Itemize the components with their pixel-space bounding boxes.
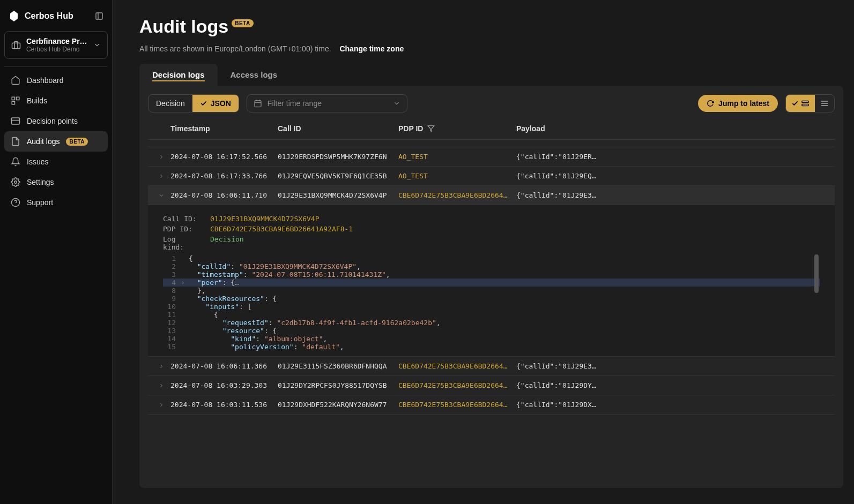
table-row[interactable]: 2024-07-08 16:06:11.366 01J29E3115FSZ360… (148, 357, 835, 376)
home-icon (11, 76, 20, 85)
expand-toggle[interactable] (152, 173, 170, 179)
column-payload: Payload (516, 124, 830, 133)
cell-timestamp: 2024-07-08 16:17:52.566 (170, 153, 278, 161)
detail-label-call: Call ID: (163, 215, 200, 223)
expand-toggle[interactable] (152, 363, 170, 370)
cell-pdp-id: CBE6D742E75B3CBA9E6BD2664… (398, 401, 516, 409)
column-pdp-id: PDP ID (398, 124, 516, 133)
svg-rect-5 (12, 102, 14, 104)
fold-chevron-right-icon[interactable] (180, 280, 185, 285)
view-json-button[interactable]: JSON (192, 95, 239, 112)
sidebar-item-label: Dashboard (27, 76, 64, 85)
subheader: All times are shown in Europe/London (GM… (139, 44, 854, 53)
sidebar-item-label: Audit logs (27, 137, 60, 146)
chevron-down-icon (93, 41, 101, 49)
table-body[interactable]: 2024-07-08 16:17:52.566 01J29ERDSPDSWP5M… (148, 140, 835, 479)
expand-toggle[interactable] (152, 402, 170, 408)
json-viewer[interactable]: 1{ 2 "callId": "01J29E31BXQ9MMCK4D72SX6V… (163, 254, 820, 351)
cell-pdp-id: CBE6D742E75B3CBA9E6BD2664… (398, 191, 516, 199)
sidebar-item-decision-points[interactable]: Decision points (4, 111, 108, 131)
chevron-right-icon (158, 402, 165, 408)
main-content: Audit logs BETA All times are shown in E… (113, 0, 854, 504)
cell-payload: {"callId":"01J29E3… (516, 191, 830, 199)
sidebar-item-audit-logs[interactable]: Audit logs BETA (4, 131, 108, 152)
cell-pdp-id: CBE6D742E75B3CBA9E6BD2664… (398, 381, 516, 389)
chevron-right-icon (158, 154, 165, 160)
svg-rect-2 (12, 43, 20, 49)
view-decision-button[interactable]: Decision (148, 95, 192, 112)
column-call-id: Call ID (278, 124, 398, 133)
tab-decision-logs[interactable]: Decision logs (139, 64, 218, 86)
sidebar-item-dashboard[interactable]: Dashboard (4, 70, 108, 91)
check-icon (791, 100, 799, 107)
sidebar-item-label: Settings (27, 178, 54, 186)
svg-rect-16 (802, 104, 808, 106)
decision-points-icon (11, 116, 20, 126)
chevron-down-icon (158, 192, 165, 199)
svg-marker-20 (428, 126, 435, 132)
cell-call-id: 01J29DY2RPCFS0JY88517DQYSB (278, 381, 398, 389)
detail-label-kind: Log kind: (163, 235, 200, 251)
table-row[interactable]: 2024-07-08 16:17:52.566 01J29ERDSPDSWP5M… (148, 147, 835, 167)
calendar-icon (254, 99, 262, 108)
cell-call-id: 01J29E3115FSZ360BR6DFNHQQA (278, 362, 398, 370)
cell-pdp-id: AO_TEST (398, 172, 516, 180)
change-timezone-link[interactable]: Change time zone (339, 44, 404, 53)
cerbos-logo-icon (9, 11, 19, 21)
rows-compact-icon (801, 99, 810, 108)
beta-badge: BETA (66, 138, 87, 146)
svg-rect-4 (17, 97, 19, 100)
detail-log-kind: Decision (210, 235, 244, 251)
detail-label-pdp: PDP ID: (163, 225, 200, 233)
table-row[interactable]: 2024-07-08 16:03:11.536 01J29DXHDF522KAR… (148, 395, 835, 415)
chevron-right-icon (158, 173, 165, 179)
tab-access-logs[interactable]: Access logs (218, 64, 291, 86)
sidebar-item-settings[interactable]: Settings (4, 172, 108, 192)
density-compact-button[interactable] (786, 95, 815, 112)
jump-to-latest-button[interactable]: Jump to latest (698, 95, 778, 112)
briefcase-icon (11, 40, 21, 50)
svg-rect-3 (12, 97, 14, 100)
sidebar-item-support[interactable]: Support (4, 192, 108, 213)
divider (4, 66, 108, 67)
workspace-selector[interactable]: Cerbfinance Pro… Cerbos Hub Demo (4, 31, 108, 59)
brand-name: Cerbos Hub (25, 11, 73, 21)
logo[interactable]: Cerbos Hub (9, 11, 73, 21)
expand-toggle[interactable] (152, 192, 170, 199)
svg-rect-15 (802, 101, 808, 102)
jump-label: Jump to latest (718, 99, 769, 108)
table-row[interactable]: 2024-07-08 16:03:29.303 01J29DY2RPCFS0JY… (148, 376, 835, 395)
chevron-right-icon (158, 363, 165, 370)
filter-icon[interactable] (427, 125, 435, 132)
sidebar-item-label: Issues (27, 157, 48, 166)
audit-logs-icon (11, 137, 20, 146)
expand-toggle[interactable] (152, 154, 170, 160)
page-title: Audit logs (139, 16, 228, 37)
scrollbar-thumb[interactable] (814, 254, 819, 293)
logo-row: Cerbos Hub (4, 6, 108, 26)
svg-rect-11 (255, 101, 261, 107)
sidebar: Cerbos Hub Cerbfinance Pro… Cerbos Hub D… (0, 0, 113, 504)
cell-payload: {"callId":"01J29ER… (516, 153, 830, 161)
tabs: Decision logs Access logs (139, 64, 854, 86)
sidebar-item-label: Support (27, 198, 53, 207)
cell-call-id: 01J29EQVE5QBV5KT9F6Q1CE35B (278, 172, 398, 180)
refresh-icon (707, 100, 714, 107)
table-row[interactable]: 2024-07-08 16:06:11.710 01J29E31BXQ9MMCK… (148, 186, 835, 205)
expand-toggle[interactable] (152, 382, 170, 389)
density-expanded-button[interactable] (815, 95, 834, 112)
cell-payload: {"callId":"01J29E3… (516, 362, 830, 370)
beta-badge: BETA (232, 19, 253, 27)
time-range-filter[interactable]: Filter time range (247, 94, 407, 112)
workspace-subtitle: Cerbos Hub Demo (26, 46, 88, 53)
sidebar-collapse-icon[interactable] (95, 12, 103, 20)
cell-pdp-id: AO_TEST (398, 153, 516, 161)
sidebar-item-builds[interactable]: Builds (4, 91, 108, 111)
table-header: Timestamp Call ID PDP ID Payload (148, 118, 835, 140)
row-detail: Call ID:01J29E31BXQ9MMCK4D72SX6V4P PDP I… (148, 205, 835, 357)
table-row[interactable]: 2024-07-08 16:17:33.766 01J29EQVE5QBV5KT… (148, 167, 835, 186)
chevron-down-icon (393, 100, 400, 107)
cell-timestamp: 2024-07-08 16:03:11.536 (170, 401, 278, 409)
workspace-title: Cerbfinance Pro… (26, 37, 88, 46)
sidebar-item-issues[interactable]: Issues (4, 152, 108, 172)
